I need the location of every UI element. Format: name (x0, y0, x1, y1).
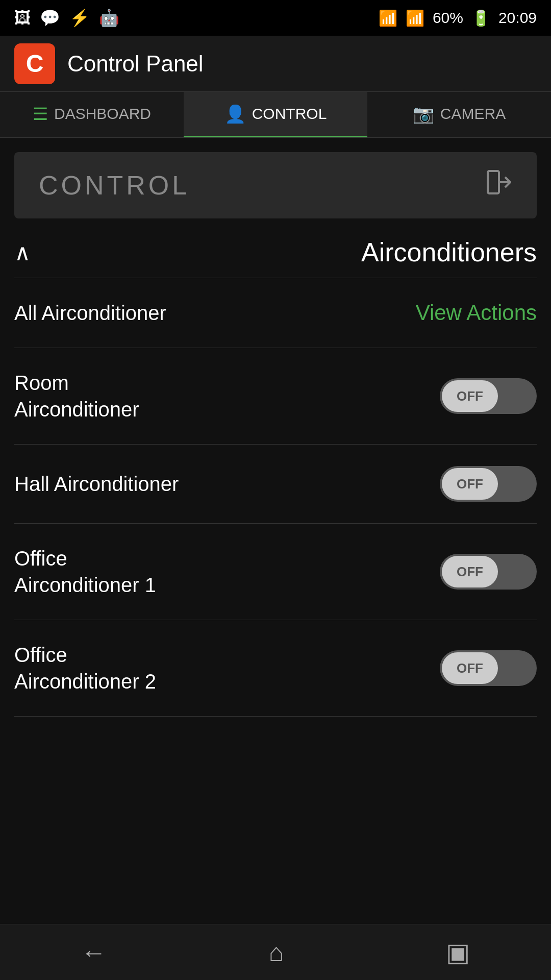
hall-ac-item: Hall Airconditioner OFF (14, 445, 537, 524)
all-ac-item: All Airconditioner View Actions (14, 278, 537, 348)
office-ac-2-toggle[interactable]: OFF (440, 650, 537, 686)
back-button[interactable]: ← (81, 938, 107, 967)
office-ac-2-item: OfficeAirconditioner 2 OFF (14, 620, 537, 717)
app-header: C Control Panel (0, 36, 551, 92)
section-title: Airconditioners (46, 237, 537, 267)
status-icons: 🖼 💬 ⚡ 🤖 (14, 8, 119, 28)
office-ac-1-label: OfficeAirconditioner 1 (14, 545, 156, 598)
battery-icon: 🔋 (471, 9, 490, 27)
office-ac-1-toggle-switch[interactable]: OFF (440, 554, 537, 590)
wifi-icon: 📶 (379, 9, 397, 27)
status-bar: 🖼 💬 ⚡ 🤖 📶 📶 60% 🔋 20:09 (0, 0, 551, 36)
whatsapp-icon: 💬 (40, 8, 60, 28)
room-ac-item: RoomAirconditioner OFF (14, 348, 537, 445)
login-icon (486, 169, 512, 202)
office-ac-2-toggle-switch[interactable]: OFF (440, 650, 537, 686)
room-ac-toggle-switch[interactable]: OFF (440, 378, 537, 414)
office-ac-2-track: OFF (440, 650, 537, 686)
office-ac-1-track: OFF (440, 554, 537, 590)
office-ac-1-thumb: OFF (442, 556, 498, 587)
office-ac-2-thumb: OFF (442, 652, 498, 684)
tab-camera[interactable]: 📷 CAMERA (367, 92, 551, 137)
signal-icon: 📶 (406, 9, 424, 27)
hall-ac-state: OFF (457, 476, 483, 492)
hall-ac-label: Hall Airconditioner (14, 471, 179, 497)
office-ac-1-state: OFF (457, 564, 483, 580)
room-ac-thumb: OFF (442, 380, 498, 412)
control-banner[interactable]: CONTROL (14, 152, 537, 218)
dashboard-icon: ☰ (33, 104, 48, 124)
camera-icon: 📷 (413, 104, 434, 124)
tab-control-label: CONTROL (252, 105, 327, 122)
tab-camera-label: CAMERA (440, 105, 506, 122)
time-display: 20:09 (498, 9, 537, 27)
bottom-nav: ← ⌂ ▣ (0, 924, 551, 980)
recents-button[interactable]: ▣ (446, 938, 470, 967)
status-right: 📶 📶 60% 🔋 20:09 (379, 9, 537, 27)
android-icon: 🤖 (99, 8, 119, 28)
hall-ac-toggle[interactable]: OFF (440, 466, 537, 502)
room-ac-track: OFF (440, 378, 537, 414)
office-ac-2-label: OfficeAirconditioner 2 (14, 642, 156, 695)
section-header: ∧ Airconditioners (14, 218, 537, 278)
tab-dashboard[interactable]: ☰ DASHBOARD (0, 92, 184, 137)
home-button[interactable]: ⌂ (268, 938, 284, 967)
room-ac-label: RoomAirconditioner (14, 370, 139, 423)
control-icon: 👤 (224, 104, 246, 124)
office-ac-1-toggle[interactable]: OFF (440, 554, 537, 590)
app-title: Control Panel (67, 51, 204, 77)
view-actions-button[interactable]: View Actions (416, 301, 537, 325)
office-ac-1-item: OfficeAirconditioner 1 OFF (14, 524, 537, 620)
banner-title: CONTROL (39, 170, 190, 201)
all-ac-label: All Airconditioner (14, 300, 166, 326)
battery-text: 60% (433, 9, 463, 27)
hall-ac-thumb: OFF (442, 468, 498, 500)
tab-bar: ☰ DASHBOARD 👤 CONTROL 📷 CAMERA (0, 92, 551, 138)
photo-icon: 🖼 (14, 9, 31, 28)
room-ac-state: OFF (457, 388, 483, 404)
room-ac-toggle[interactable]: OFF (440, 378, 537, 414)
tab-dashboard-label: DASHBOARD (54, 105, 151, 122)
usb-icon: ⚡ (69, 8, 90, 28)
collapse-icon[interactable]: ∧ (14, 239, 31, 265)
app-logo: C (14, 43, 55, 84)
office-ac-2-state: OFF (457, 660, 483, 676)
svg-rect-0 (488, 171, 499, 193)
hall-ac-toggle-switch[interactable]: OFF (440, 466, 537, 502)
tab-control[interactable]: 👤 CONTROL (184, 92, 367, 137)
hall-ac-track: OFF (440, 466, 537, 502)
airconditioners-section: ∧ Airconditioners All Airconditioner Vie… (0, 218, 551, 717)
